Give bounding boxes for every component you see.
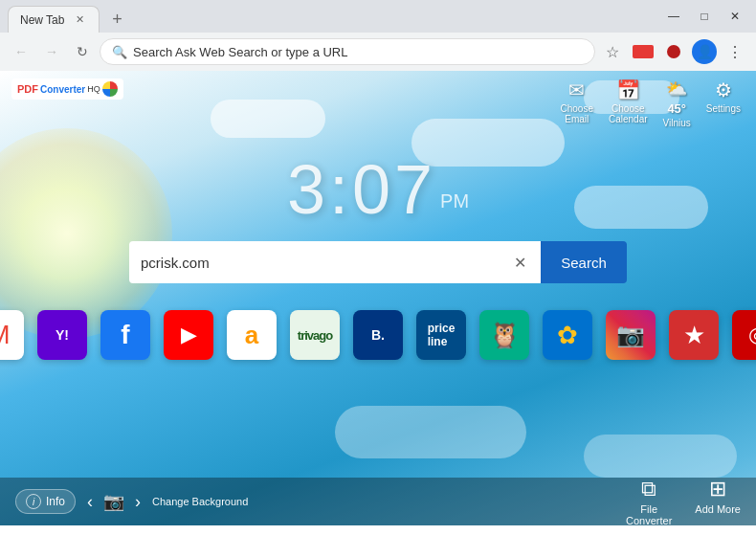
weather-city: Vilnius — [663, 118, 691, 128]
user-avatar: 👤 — [692, 39, 717, 64]
file-converter-label: File Converter — [626, 503, 672, 525]
bg-controls: ‹ 📷 › — [87, 488, 141, 515]
bottom-bar: i Info ‹ 📷 › Change Background ⧉ File Co… — [0, 478, 756, 525]
weather-icon: ⛅ — [666, 78, 687, 100]
add-more-button[interactable]: ⊞ Add More — [695, 477, 741, 525]
info-label: Info — [46, 495, 65, 508]
tab-title: New Tab — [20, 13, 64, 27]
booking-icon: B. — [371, 327, 385, 343]
search-input-box: ✕ — [129, 241, 541, 283]
bookmark-tripadvisor[interactable]: 🦉 — [479, 310, 529, 360]
more-menu-button[interactable]: ⋮ — [722, 38, 748, 65]
bookmark-facebook[interactable]: f — [100, 310, 150, 360]
bookmark-amazon[interactable]: a — [227, 310, 277, 360]
bookmark-gmail[interactable]: M — [0, 310, 24, 360]
trivago-icon: trivago — [298, 328, 332, 343]
email-icon: ✉ — [568, 78, 585, 101]
bookmark-star-button[interactable]: ☆ — [599, 38, 626, 65]
back-button[interactable]: ← — [8, 38, 34, 65]
minimize-button[interactable]: — — [660, 3, 687, 30]
tab-close-icon[interactable]: ✕ — [72, 12, 87, 28]
logo-box: PDF Converter HQ — [11, 78, 123, 100]
search-button[interactable]: Search — [541, 241, 627, 283]
calendar-widget[interactable]: 📅 Choose Calendar — [609, 78, 648, 128]
address-text: Search Ask Web Search or type a URL — [133, 45, 583, 59]
bookmark-instagram[interactable]: 📷 — [606, 310, 656, 360]
toolbar-icon-red1[interactable] — [630, 38, 656, 65]
user-icon-button[interactable]: 👤 — [691, 38, 718, 65]
calendar-label: Choose Calendar — [609, 103, 648, 124]
mypoints-icon: ★ — [683, 321, 705, 350]
close-button[interactable]: ✕ — [722, 3, 748, 30]
bookmark-trivago[interactable]: trivago — [290, 310, 340, 360]
amazon-icon: a — [245, 321, 258, 350]
browser-chrome: New Tab ✕ + — □ ✕ ← → ↻ 🔍 Search Ask Web… — [0, 0, 756, 71]
weather-widget: ⛅ 45° Vilnius — [663, 78, 691, 128]
next-bg-button[interactable]: › — [135, 492, 141, 512]
red-icon-2 — [667, 45, 680, 58]
weather-temp: 45° — [667, 101, 686, 116]
youtube-icon: ▶ — [181, 323, 197, 347]
page-content: PDF Converter HQ ✉ Choose Email 📅 Choose… — [0, 71, 756, 525]
walmart-icon: ✿ — [557, 321, 578, 350]
maximize-button[interactable]: □ — [691, 3, 718, 30]
clock-display: 3:07PM — [287, 155, 469, 224]
toolbar-icon-red2[interactable] — [660, 38, 687, 65]
reload-button[interactable]: ↻ — [69, 38, 96, 65]
logo-color-circle — [102, 81, 118, 97]
title-bar: New Tab ✕ + — □ ✕ — [0, 0, 756, 33]
target-icon: ◎ — [748, 323, 757, 347]
red-icon-1 — [633, 45, 654, 58]
bookmark-booking[interactable]: B. — [353, 310, 403, 360]
bookmark-yahoo[interactable]: Y! — [37, 310, 87, 360]
logo-converter: Converter — [40, 84, 85, 95]
facebook-icon: f — [121, 320, 129, 350]
new-tab-button[interactable]: + — [103, 6, 130, 33]
gmail-icon: M — [0, 320, 11, 350]
prev-bg-button[interactable]: ‹ — [87, 492, 93, 512]
toolbar: ← → ↻ 🔍 Search Ask Web Search or type a … — [0, 33, 756, 71]
instagram-icon: 📷 — [616, 322, 645, 348]
settings-widget[interactable]: ⚙ Settings — [706, 78, 741, 128]
file-converter-icon: ⧉ — [641, 477, 656, 502]
logo-hq: HQ — [87, 84, 100, 94]
camera-button[interactable]: 📷 — [100, 488, 127, 515]
search-clear-button[interactable]: ✕ — [510, 253, 529, 272]
search-area: ✕ Search — [129, 241, 627, 283]
info-icon: i — [26, 494, 41, 509]
file-converter-button[interactable]: ⧉ File Converter — [626, 477, 672, 525]
info-button[interactable]: i Info — [15, 489, 76, 514]
change-bg-label: Change Background — [152, 496, 248, 507]
priceline-icon: priceline — [428, 322, 456, 348]
settings-label: Settings — [706, 103, 741, 114]
tripadvisor-icon: 🦉 — [489, 321, 520, 350]
add-more-label: Add More — [695, 503, 741, 515]
clock-time: 3:07 — [287, 151, 436, 228]
add-more-icon: ⊞ — [709, 477, 726, 502]
bookmarks-row: M Y! f ▶ a trivago B. priceline — [0, 310, 756, 360]
logo-pdf: PDF — [17, 83, 38, 95]
clock-ampm: PM — [440, 190, 469, 212]
logo-text: PDF Converter HQ — [17, 83, 100, 95]
search-input[interactable] — [141, 255, 502, 271]
bottom-right-buttons: ⧉ File Converter ⊞ Add More — [626, 477, 741, 525]
address-bar[interactable]: 🔍 Search Ask Web Search or type a URL — [100, 38, 595, 65]
bookmark-target[interactable]: ◎ — [732, 310, 756, 360]
newtab-page: PDF Converter HQ ✉ Choose Email 📅 Choose… — [0, 71, 756, 525]
forward-button[interactable]: → — [38, 38, 65, 65]
email-label: Choose Email — [561, 103, 593, 124]
clock-area: 3:07PM — [287, 155, 469, 224]
calendar-icon: 📅 — [616, 78, 640, 101]
yahoo-icon: Y! — [56, 327, 69, 343]
bookmark-walmart[interactable]: ✿ — [543, 310, 592, 360]
bookmark-mypoints[interactable]: ★ — [669, 310, 719, 360]
logo-area: PDF Converter HQ — [11, 78, 123, 100]
search-icon-small: 🔍 — [112, 45, 127, 59]
email-widget[interactable]: ✉ Choose Email — [561, 78, 593, 128]
gear-icon: ⚙ — [715, 78, 732, 101]
window-controls: — □ ✕ — [660, 3, 748, 30]
bookmark-youtube[interactable]: ▶ — [164, 310, 213, 360]
bookmark-priceline[interactable]: priceline — [416, 310, 466, 360]
active-tab[interactable]: New Tab ✕ — [8, 6, 100, 33]
